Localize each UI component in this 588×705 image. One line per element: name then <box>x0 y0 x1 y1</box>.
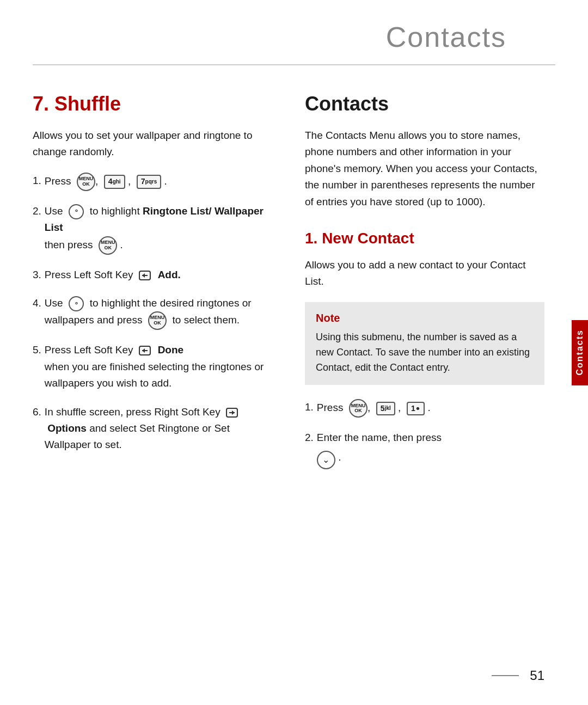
footer-line <box>492 675 519 676</box>
key-5jkl: 5 jkl <box>376 402 395 416</box>
sidebar-tab-label: Contacts <box>575 329 585 375</box>
right-column: Contacts The Contacts Menu allows you to… <box>305 93 555 481</box>
nc-step-2-content: Enter the name, then press ⌄ . <box>317 430 544 469</box>
main-content: 7. Shuffle Allows you to set your wallpa… <box>0 65 588 503</box>
step-3-num: 3. <box>33 267 41 283</box>
step-3: 3. Press Left Soft Key Add. <box>33 267 272 283</box>
step-5: 5. Press Left Soft Key Done when you are… <box>33 342 272 391</box>
ok-key-nc1: MENUOK <box>349 399 367 418</box>
step-5-content: Press Left Soft Key Done when you are fi… <box>45 342 272 391</box>
menu-ok-key-4: MENUOK <box>148 311 167 330</box>
nc-step-1: 1. Press MENUOK, 5 jkl , 1 ☻ . <box>305 399 544 418</box>
nc-step-1-content: Press MENUOK, 5 jkl , 1 ☻ . <box>317 399 544 418</box>
menu-ok-key-2: MENUOK <box>99 236 117 255</box>
nc-step-1-num: 1. <box>305 399 314 415</box>
new-contact-heading: 1. New Contact <box>305 230 544 247</box>
shuffle-intro: Allows you to set your wallpaper and rin… <box>33 127 272 161</box>
left-column: 7. Shuffle Allows you to set your wallpa… <box>33 93 272 481</box>
nav-icon-nc2: ⌄ <box>317 451 335 469</box>
note-text: Using this submenu, the number is saved … <box>316 330 534 376</box>
step-5-label: Done <box>158 344 184 355</box>
step-2-num: 2. <box>33 203 41 219</box>
contacts-heading: Contacts <box>305 93 544 115</box>
step-6-label: Options <box>47 422 87 434</box>
shuffle-heading: 7. Shuffle <box>33 93 272 115</box>
step-4: 4. Use ⚬ to highlight the desired ringto… <box>33 295 272 330</box>
note-label: Note <box>316 312 534 324</box>
nav-icon-4: ⚬ <box>69 296 84 311</box>
key-4ghi: 4 ghi <box>104 175 125 189</box>
page-number: 51 <box>530 668 544 683</box>
new-contact-intro: Allows you to add a new contact to your … <box>305 257 544 290</box>
shuffle-steps: 1. Press MENUOK, 4 ghi , 7 pqrs . 2. Use… <box>33 173 272 453</box>
step-4-num: 4. <box>33 295 41 311</box>
page-header: Contacts <box>33 0 555 65</box>
step-6-content: In shuffle screen, press Right Soft Key … <box>45 404 272 453</box>
menu-ok-key-1: MENUOK <box>77 173 95 191</box>
new-contact-steps: 1. Press MENUOK, 5 jkl , 1 ☻ . 2. Enter … <box>305 399 544 469</box>
step-1-num: 1. <box>33 173 41 189</box>
key-1: 1 ☻ <box>407 402 425 416</box>
note-box: Note Using this submenu, the number is s… <box>305 302 544 385</box>
page-header-title: Contacts <box>386 21 506 53</box>
step-3-label: Add. <box>158 269 181 280</box>
nc-step-2-num: 2. <box>305 430 314 446</box>
step-5-num: 5. <box>33 342 41 358</box>
step-1: 1. Press MENUOK, 4 ghi , 7 pqrs . <box>33 173 272 191</box>
softkey-left-icon-5 <box>139 346 151 355</box>
step-4-content: Use ⚬ to highlight the desired ringtones… <box>45 295 272 330</box>
nc-step-2: 2. Enter the name, then press ⌄ . <box>305 430 544 469</box>
step-1-content: Press MENUOK, 4 ghi , 7 pqrs . <box>45 173 272 191</box>
step-2-content: Use ⚬ to highlight Ringtone List/ Wallpa… <box>45 203 272 255</box>
softkey-right-icon-6 <box>226 408 238 418</box>
softkey-left-icon-3 <box>139 271 151 280</box>
step-3-content: Press Left Soft Key Add. <box>45 267 272 283</box>
page-footer: 51 <box>492 668 544 683</box>
sidebar-tab: Contacts <box>572 320 588 385</box>
step-6-num: 6. <box>33 404 41 420</box>
step-6: 6. In shuffle screen, press Right Soft K… <box>33 404 272 453</box>
step-2: 2. Use ⚬ to highlight Ringtone List/ Wal… <box>33 203 272 255</box>
key-7pqrs: 7 pqrs <box>137 175 161 189</box>
contacts-intro: The Contacts Menu allows you to store na… <box>305 127 544 210</box>
nav-icon-2: ⚬ <box>69 204 84 219</box>
